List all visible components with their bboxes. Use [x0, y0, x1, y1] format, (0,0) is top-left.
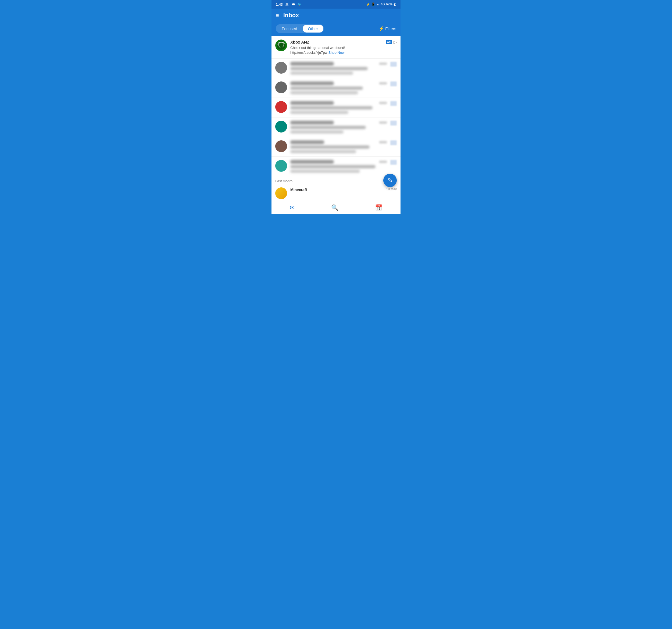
- email-item-blurred-6[interactable]: [271, 157, 401, 176]
- minecraft-avatar: [275, 187, 287, 199]
- status-bar-indicators: ⚡ 📱 ▲ 4G 62% ◐: [366, 2, 396, 6]
- blurred-content-1: [290, 62, 387, 75]
- blurred-attachment-3: [390, 101, 397, 106]
- nav-search[interactable]: 🔍: [331, 204, 338, 211]
- time-display: 1:43: [276, 2, 283, 6]
- search-icon: 🔍: [331, 204, 338, 211]
- blurred-content-4: [290, 121, 387, 134]
- twitter-icon: 🐦: [297, 2, 302, 6]
- email-list: Xbox ANZ Ad ▷ Check out this great deal …: [271, 36, 401, 202]
- blurred-content-6: [290, 160, 387, 173]
- blurred-content-3: [290, 101, 387, 114]
- mail-icon: ✉: [290, 204, 295, 211]
- tab-other[interactable]: Other: [303, 25, 323, 32]
- xbox-email-meta: Ad ▷: [386, 40, 397, 45]
- email-item-blurred-1[interactable]: [271, 58, 401, 78]
- blurred-attachment-2: [390, 81, 397, 86]
- menu-button[interactable]: ≡: [276, 13, 279, 19]
- ad-badge: Ad: [386, 40, 392, 44]
- xbox-preview-url: http://msft.social/kju7pw: [290, 51, 328, 54]
- battery-icon: ◐: [393, 2, 396, 6]
- blurred-attachment-6: [390, 160, 397, 165]
- email-item-minecraft[interactable]: Minecraft 19 May: [271, 185, 401, 202]
- blurred-attachment-5: [390, 140, 397, 145]
- tab-focused[interactable]: Focused: [276, 25, 303, 32]
- shop-now-link[interactable]: Shop Now: [329, 51, 344, 54]
- email-item-blurred-4[interactable]: [271, 118, 401, 137]
- blurred-content-5: [290, 140, 387, 153]
- blurred-avatar-4-teal: [275, 121, 287, 132]
- email-item-blurred-5[interactable]: [271, 137, 401, 157]
- page-title: Inbox: [283, 12, 299, 19]
- status-bar: 1:43 🖼 🏔 🐦 ⚡ 📱 ▲ 4G 62% ◐: [271, 0, 401, 8]
- app-header: ≡ Inbox: [271, 8, 401, 22]
- xbox-email-content: Xbox ANZ Ad ▷ Check out this great deal …: [290, 40, 397, 55]
- blurred-content-2: [290, 81, 387, 94]
- blurred-attachment-4: [390, 121, 397, 125]
- nav-calendar[interactable]: 📅: [375, 204, 382, 211]
- filters-label: Filters: [385, 26, 396, 31]
- image-icon: 🏔: [291, 2, 296, 6]
- svg-point-1: [277, 41, 286, 50]
- section-header-last-month: Last month: [271, 176, 401, 185]
- gallery-icon: 🖼: [284, 2, 289, 6]
- blurred-avatar-2: [275, 81, 287, 93]
- tab-bar: Focused Other ⚡ Filters: [271, 22, 401, 36]
- blurred-avatar-3-red: [275, 101, 287, 113]
- bottom-nav: ✉ 🔍 📅: [271, 202, 401, 214]
- battery-display: 62%: [386, 2, 392, 6]
- bluetooth-icon: ⚡: [366, 2, 370, 6]
- nav-mail[interactable]: ✉: [290, 204, 295, 211]
- blurred-avatar-5-brown: [275, 140, 287, 152]
- email-item-blurred-2[interactable]: [271, 78, 401, 98]
- filter-icon: ⚡: [379, 26, 384, 31]
- tab-group: Focused Other: [276, 24, 324, 33]
- xbox-avatar: [275, 40, 287, 51]
- xbox-email-preview: Check out this great deal we found! http…: [290, 45, 397, 55]
- xbox-sender: Xbox ANZ: [290, 40, 309, 44]
- minecraft-content: Minecraft: [290, 187, 383, 192]
- filters-button[interactable]: ⚡ Filters: [379, 26, 396, 31]
- signal-icon: ▲: [376, 2, 380, 6]
- minecraft-sender: Minecraft: [290, 188, 307, 192]
- status-bar-time: 1:43 🖼 🏔 🐦: [276, 2, 302, 6]
- section-header-label: Last month: [275, 179, 292, 183]
- signal-4g-icon: 4G: [381, 2, 385, 6]
- calendar-icon: 📅: [375, 204, 382, 211]
- device-icon: 📱: [371, 2, 375, 6]
- blurred-attachment-1: [390, 62, 397, 67]
- xbox-preview-line1: Check out this great deal we found!: [290, 46, 345, 50]
- blurred-avatar-1: [275, 62, 287, 74]
- report-icon[interactable]: ▷: [393, 40, 397, 45]
- email-item-xbox[interactable]: Xbox ANZ Ad ▷ Check out this great deal …: [271, 36, 401, 58]
- blurred-avatar-6-teal2: [275, 160, 287, 172]
- email-item-blurred-3[interactable]: [271, 98, 401, 118]
- compose-icon: ✎: [388, 177, 392, 184]
- minecraft-date: 19 May: [386, 187, 397, 191]
